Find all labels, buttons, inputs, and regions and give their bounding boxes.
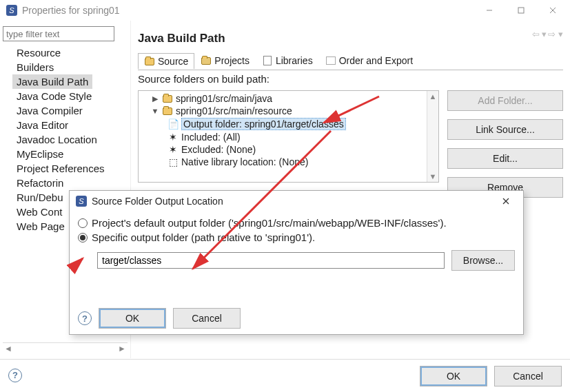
dialog-ok-button[interactable]: OK — [99, 308, 166, 329]
output-path-input[interactable] — [97, 252, 445, 269]
nav-item-java-code-style[interactable]: Java Code Style — [12, 89, 128, 103]
page-title: Java Build Path — [138, 26, 563, 51]
tab-label: Order and Export — [339, 55, 413, 66]
cancel-button[interactable]: Cancel — [494, 366, 562, 386]
radio-label: Specific output folder (path relative to… — [92, 231, 315, 243]
nav-item-java-build-path[interactable]: Java Build Path — [12, 74, 92, 89]
window-titlebar: S Properties for spring01 — [0, 0, 570, 21]
nav-item-javadoc-location[interactable]: Javadoc Location — [12, 132, 128, 147]
dialog-titlebar: S Source Folder Output Location — [70, 191, 523, 212]
forward-icon[interactable]: ⇨ ▾ — [548, 29, 563, 39]
tree-node[interactable]: ▶ spring01/src/main/java — [141, 92, 436, 105]
radio-specific-output[interactable]: Specific output folder (path relative to… — [78, 231, 515, 243]
scroll-down-icon: ▼ — [429, 171, 437, 182]
link-source-button[interactable]: Link Source... — [447, 119, 563, 140]
tree-node-label: spring01/src/main/resource — [176, 105, 292, 116]
tree-caption: Source folders on build path: — [138, 73, 563, 85]
package-folder-icon — [162, 105, 173, 116]
ok-button[interactable]: OK — [420, 366, 487, 386]
dialog-title: Source Folder Output Location — [92, 196, 490, 207]
filter-icon: ✶ — [167, 132, 179, 143]
radio-icon — [78, 218, 88, 228]
help-icon[interactable]: ? — [78, 311, 92, 325]
nav-item-java-compiler[interactable]: Java Compiler — [12, 103, 128, 118]
svg-text:S: S — [79, 197, 84, 205]
filter-input[interactable] — [3, 26, 114, 41]
nav-item-builders[interactable]: Builders — [12, 60, 128, 74]
tab-label: Source — [158, 56, 188, 67]
tab-order-export[interactable]: Order and Export — [319, 52, 419, 68]
libraries-icon — [262, 55, 273, 66]
filter-icon: ✶ — [167, 144, 179, 155]
scroll-right-icon: ► — [118, 344, 126, 353]
radio-default-output[interactable]: Project's default output folder ('spring… — [78, 217, 515, 229]
nav-item-resource[interactable]: Resource — [12, 45, 128, 60]
tree-node-output-folder[interactable]: 📄 Output folder: spring01/target/classes — [141, 117, 436, 131]
output-icon: 📄 — [167, 118, 179, 130]
nav-item-java-editor[interactable]: Java Editor — [12, 118, 128, 132]
tree-action-buttons: Add Folder... Link Source... Edit... Rem… — [447, 89, 563, 198]
order-icon — [325, 55, 336, 66]
tab-projects[interactable]: Projects — [194, 52, 256, 68]
expand-icon[interactable]: ▶ — [151, 94, 159, 103]
dialog-cancel-button[interactable]: Cancel — [173, 308, 241, 329]
scroll-left-icon: ◄ — [4, 344, 12, 353]
nav-item-refactoring[interactable]: Refactorin — [12, 176, 128, 190]
tree-node-label: Included: (All) — [181, 132, 241, 143]
close-button[interactable] — [537, 0, 569, 21]
tree-node-included[interactable]: ✶ Included: (All) — [141, 131, 436, 143]
dialog-footer: ? OK Cancel — [70, 302, 523, 334]
tree-node-label: Excluded: (None) — [181, 144, 256, 155]
projects-icon — [201, 55, 212, 66]
tree-node-native-lib[interactable]: ⬚ Native library location: (None) — [141, 156, 436, 168]
tree-node-excluded[interactable]: ✶ Excluded: (None) — [141, 143, 436, 156]
maximize-button[interactable] — [505, 0, 537, 21]
tab-libraries[interactable]: Libraries — [256, 52, 319, 68]
source-folder-icon — [144, 56, 155, 67]
tab-label: Projects — [214, 55, 250, 66]
add-folder-button[interactable]: Add Folder... — [447, 90, 563, 111]
app-icon: S — [75, 195, 88, 207]
help-icon[interactable]: ? — [8, 369, 23, 384]
window-footer: ? OK Cancel — [0, 359, 570, 392]
radio-icon — [78, 233, 88, 243]
scroll-up-icon: ▲ — [429, 91, 437, 102]
native-lib-icon: ⬚ — [167, 156, 179, 167]
tab-label: Libraries — [276, 55, 313, 66]
output-location-dialog: S Source Folder Output Location Project'… — [69, 190, 524, 335]
tab-source[interactable]: Source — [138, 53, 194, 69]
tree-node-label: Native library location: (None) — [181, 156, 308, 167]
source-folder-tree[interactable]: ▶ spring01/src/main/java ▼ spring01/src/… — [138, 90, 439, 183]
package-folder-icon — [162, 93, 173, 104]
minimize-button[interactable] — [474, 0, 505, 21]
nav-item-myeclipse[interactable]: MyEclipse — [12, 147, 128, 161]
svg-text:S: S — [9, 6, 14, 14]
window-title: Properties for spring01 — [22, 5, 474, 16]
sidebar-h-scrollbar[interactable]: ◄ ► — [3, 342, 128, 354]
back-icon[interactable]: ⇦ ▾ — [532, 29, 547, 39]
svg-rect-3 — [518, 8, 524, 13]
tree-node[interactable]: ▼ spring01/src/main/resource — [141, 105, 436, 117]
tree-v-scrollbar[interactable]: ▲ ▼ — [427, 91, 438, 182]
app-icon: S — [6, 4, 18, 17]
history-nav: ⇦ ▾ ⇨ ▾ — [532, 29, 563, 39]
radio-label: Project's default output folder ('spring… — [92, 217, 447, 229]
edit-button[interactable]: Edit... — [447, 148, 563, 169]
collapse-icon[interactable]: ▼ — [151, 107, 159, 115]
tree-node-label: spring01/src/main/java — [176, 93, 272, 104]
dialog-close-button[interactable] — [490, 191, 522, 212]
tree-node-label: Output folder: spring01/target/classes — [181, 118, 346, 130]
nav-item-project-references[interactable]: Project References — [12, 161, 128, 176]
tabs: Source Projects Libraries Order and Expo… — [138, 51, 563, 70]
browse-button[interactable]: Browse... — [451, 250, 515, 271]
